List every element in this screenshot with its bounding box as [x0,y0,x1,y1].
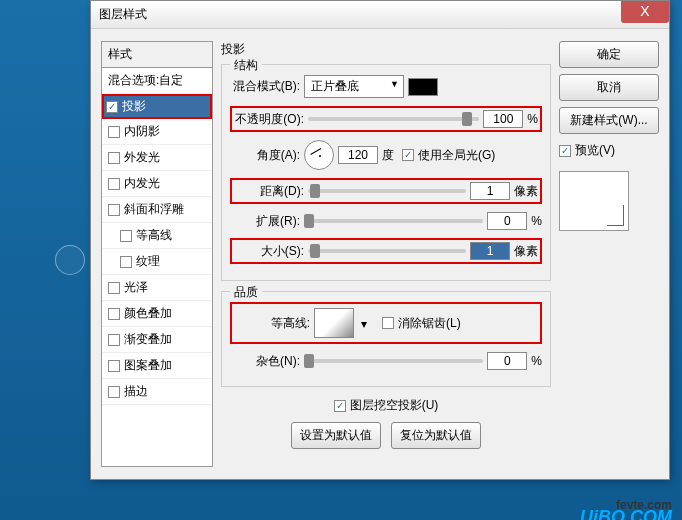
preview-checkbox[interactable] [559,145,571,157]
spread-input[interactable]: 0 [487,212,527,230]
style-label: 渐变叠加 [124,331,172,348]
antialias-checkbox[interactable] [382,317,394,329]
spread-label: 扩展(R): [230,213,300,230]
angle-dial[interactable] [304,140,334,170]
style-item-texture[interactable]: 纹理 [102,249,212,275]
blend-options-item[interactable]: 混合选项:自定 [102,68,212,94]
style-label: 颜色叠加 [124,305,172,322]
style-label: 图案叠加 [124,357,172,374]
close-button[interactable]: X [621,1,669,23]
size-slider[interactable] [308,249,466,253]
style-label: 内阴影 [124,123,160,140]
size-row: 大小(S): 1 像素 [230,238,542,264]
dialog-title: 图层样式 [99,6,147,23]
checkbox-icon[interactable] [108,282,120,294]
styles-header: 样式 [102,42,212,68]
quality-fieldset: 品质 等高线: 消除锯齿(L) 杂色(N): 0 % [221,291,551,387]
center-panel: 投影 结构 混合模式(B): 正片叠底 不透明度(O): 100 % 角度(A)… [221,41,551,467]
style-label: 投影 [122,98,146,115]
checkbox-icon[interactable] [108,178,120,190]
style-item-stroke[interactable]: 描边 [102,379,212,405]
style-item-pattern-overlay[interactable]: 图案叠加 [102,353,212,379]
checkbox-icon[interactable] [108,386,120,398]
noise-row: 杂色(N): 0 % [230,352,542,370]
right-panel: 确定 取消 新建样式(W)... 预览(V) [559,41,659,467]
shadow-color-swatch[interactable] [408,78,438,96]
distance-unit: 像素 [514,183,538,200]
knockout-row: 图层挖空投影(U) [221,397,551,414]
style-item-contour[interactable]: 等高线 [102,223,212,249]
opacity-unit: % [527,112,538,126]
style-label: 光泽 [124,279,148,296]
cancel-button[interactable]: 取消 [559,74,659,101]
contour-label: 等高线: [240,315,310,332]
angle-input[interactable]: 120 [338,146,378,164]
preview-row: 预览(V) [559,142,659,159]
knockout-label: 图层挖空投影(U) [350,397,439,414]
opacity-input[interactable]: 100 [483,110,523,128]
spread-row: 扩展(R): 0 % [230,212,542,230]
style-item-satin[interactable]: 光泽 [102,275,212,301]
checkbox-icon[interactable] [106,101,118,113]
size-input[interactable]: 1 [470,242,510,260]
opacity-row: 不透明度(O): 100 % [230,106,542,132]
style-item-gradient-overlay[interactable]: 渐变叠加 [102,327,212,353]
distance-label: 距离(D): [234,183,304,200]
angle-row: 角度(A): 120 度 使用全局光(G) [230,140,542,170]
dialog-body: 样式 混合选项:自定 投影 内阴影 外发光 内发光 斜面和浮 [91,29,669,479]
style-item-inner-glow[interactable]: 内发光 [102,171,212,197]
structure-title: 结构 [230,57,262,74]
global-light-label: 使用全局光(G) [418,147,495,164]
opacity-label: 不透明度(O): [234,111,304,128]
ok-button[interactable]: 确定 [559,41,659,68]
distance-row: 距离(D): 1 像素 [230,178,542,204]
preview-label: 预览(V) [575,142,615,159]
blend-options-label: 混合选项:自定 [108,72,183,89]
reset-default-button[interactable]: 复位为默认值 [391,422,481,449]
checkbox-icon[interactable] [120,230,132,242]
antialias-label: 消除锯齿(L) [398,315,461,332]
new-style-button[interactable]: 新建样式(W)... [559,107,659,134]
checkbox-icon[interactable] [108,126,120,138]
set-default-button[interactable]: 设置为默认值 [291,422,381,449]
style-item-outer-glow[interactable]: 外发光 [102,145,212,171]
quality-title: 品质 [230,284,262,301]
style-label: 描边 [124,383,148,400]
style-label: 外发光 [124,149,160,166]
distance-input[interactable]: 1 [470,182,510,200]
titlebar[interactable]: 图层样式 X [91,1,669,29]
default-buttons: 设置为默认值 复位为默认值 [221,422,551,449]
style-item-color-overlay[interactable]: 颜色叠加 [102,301,212,327]
checkbox-icon[interactable] [108,152,120,164]
distance-slider[interactable] [308,189,466,193]
blend-mode-dropdown[interactable]: 正片叠底 [304,75,404,98]
style-item-bevel[interactable]: 斜面和浮雕 [102,197,212,223]
style-item-drop-shadow[interactable]: 投影 [102,94,212,119]
noise-slider[interactable] [304,359,483,363]
style-label: 等高线 [136,227,172,244]
checkbox-icon[interactable] [108,360,120,372]
preview-box [559,171,629,231]
style-item-inner-shadow[interactable]: 内阴影 [102,119,212,145]
angle-unit: 度 [382,147,394,164]
layer-style-dialog: 图层样式 X 样式 混合选项:自定 投影 内阴影 外发光 内发光 [90,0,670,480]
spread-unit: % [531,214,542,228]
checkbox-icon[interactable] [108,308,120,320]
spread-slider[interactable] [304,219,483,223]
panel-title: 投影 [221,41,551,58]
checkbox-icon[interactable] [108,334,120,346]
size-label: 大小(S): [234,243,304,260]
contour-picker[interactable] [314,308,354,338]
style-label: 纹理 [136,253,160,270]
noise-input[interactable]: 0 [487,352,527,370]
structure-fieldset: 结构 混合模式(B): 正片叠底 不透明度(O): 100 % 角度(A): 1… [221,64,551,281]
checkbox-icon[interactable] [108,204,120,216]
desktop-bubble [55,245,85,275]
opacity-slider[interactable] [308,117,479,121]
noise-label: 杂色(N): [230,353,300,370]
styles-list: 样式 混合选项:自定 投影 内阴影 外发光 内发光 斜面和浮 [101,41,213,467]
knockout-checkbox[interactable] [334,400,346,412]
global-light-checkbox[interactable] [402,149,414,161]
angle-label: 角度(A): [230,147,300,164]
checkbox-icon[interactable] [120,256,132,268]
